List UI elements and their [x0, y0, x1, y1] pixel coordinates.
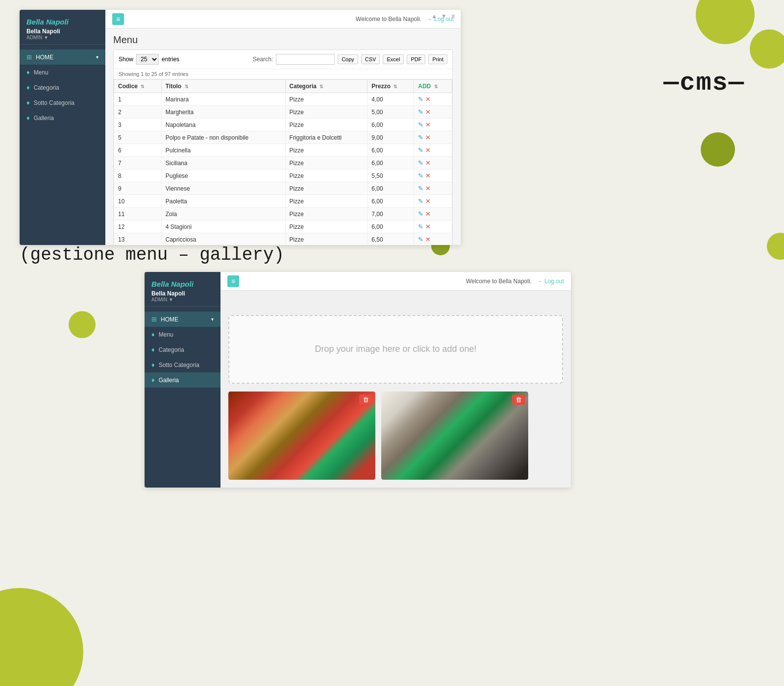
cell-codice: 7	[114, 157, 162, 170]
cell-categoria: Pizze	[285, 119, 368, 131]
col-add[interactable]: ADD ⇅	[414, 80, 452, 93]
pdf-button[interactable]: PDF	[407, 54, 425, 64]
gallery-item-2[interactable]: 🗑	[381, 392, 528, 480]
edit-icon[interactable]: ✎	[418, 223, 423, 230]
sidebar-item-menu-bottom[interactable]: ♦ Menu	[145, 327, 220, 342]
menu-management-panel: Bella Napoli Bella Napoli ADMIN ▼ ⊞ HOME…	[20, 10, 461, 245]
galleria-icon-bottom: ♦	[151, 376, 155, 384]
sidebar-role-bottom[interactable]: ADMIN ▼	[151, 297, 214, 302]
copy-button[interactable]: Copy	[338, 54, 358, 64]
cell-actions: ✎ ✕	[414, 131, 452, 144]
sidebar-item-galleria[interactable]: ♦ Galleria	[20, 110, 105, 125]
main-content-bottom: ≡ Welcome to Bella Napoli. → Log out Dro…	[220, 272, 571, 488]
cell-actions: ✎ ✕	[414, 119, 452, 131]
delete-icon[interactable]: ✕	[425, 96, 431, 103]
gallery-item-1[interactable]: 🗑	[228, 392, 375, 480]
delete-icon[interactable]: ✕	[425, 210, 431, 218]
cell-codice: 2	[114, 106, 162, 119]
cell-actions: ✎ ✕	[414, 233, 452, 245]
delete-icon[interactable]: ✕	[425, 197, 431, 205]
col-prezzo[interactable]: Prezzo ⇅	[368, 80, 414, 93]
delete-icon[interactable]: ✕	[425, 185, 431, 192]
sidebar-item-menu[interactable]: ♦ Menu	[20, 65, 105, 80]
search-input[interactable]	[276, 54, 335, 65]
delete-icon[interactable]: ✕	[425, 159, 431, 167]
cell-actions: ✎ ✕	[414, 144, 452, 157]
sidebar-username-bottom: Bella Napoli	[151, 290, 214, 297]
sidebar-item-galleria-bottom[interactable]: ♦ Galleria	[145, 372, 220, 388]
delete-icon[interactable]: ✕	[425, 108, 431, 116]
home-icon: ⊞	[26, 53, 32, 61]
delete-icon[interactable]: ✕	[425, 134, 431, 141]
cell-codice: 10	[114, 195, 162, 208]
cell-titolo: Capricciosa	[161, 233, 285, 245]
sidebar-item-sotto-categoria[interactable]: ♦ Sotto Categoria	[20, 95, 105, 110]
sidebar-item-categoria[interactable]: ♦ Categoria	[20, 80, 105, 95]
entries-control: Show 25 10 50 100 entries	[119, 54, 179, 65]
sidebar-item-home-bottom[interactable]: ⊞ HOME ▾	[145, 312, 220, 327]
edit-icon[interactable]: ✎	[418, 134, 423, 141]
sidebar-item-sotto-categoria-bottom[interactable]: ♦ Sotto Categoria	[145, 357, 220, 372]
cell-prezzo: 4,00	[368, 93, 414, 106]
image-drop-zone[interactable]: Drop your image here or click to add one…	[228, 315, 563, 384]
topbar: ≡ Welcome to Bella Napoli. → Log out	[105, 10, 461, 28]
hamburger-button-bottom[interactable]: ≡	[227, 275, 239, 287]
edit-icon[interactable]: ✎	[418, 185, 423, 192]
deco-circle-1	[696, 0, 755, 44]
edit-icon[interactable]: ✎	[418, 108, 423, 116]
sidebar-item-label: Sotto Categoria	[34, 99, 74, 106]
col-categoria[interactable]: Categoria ⇅	[285, 80, 368, 93]
edit-icon[interactable]: ✎	[418, 210, 423, 218]
delete-icon[interactable]: ✕	[425, 121, 431, 128]
deco-circle-6	[69, 311, 96, 338]
cell-actions: ✎ ✕	[414, 182, 452, 195]
print-button[interactable]: Print	[428, 54, 447, 64]
cell-prezzo: 9,00	[368, 131, 414, 144]
delete-icon[interactable]: ✕	[425, 147, 431, 154]
data-table-container: ▲ ▼ ✕ Show 25 10 50 100 entries Sea	[113, 49, 453, 245]
hamburger-button[interactable]: ≡	[112, 13, 124, 25]
delete-icon[interactable]: ✕	[425, 236, 431, 243]
cell-prezzo: 6,00	[368, 195, 414, 208]
pizza-image-2	[381, 392, 528, 480]
csv-button[interactable]: CSV	[361, 54, 380, 64]
edit-icon[interactable]: ✎	[418, 96, 423, 103]
table-row: 8 Pugliese Pizze 5,50 ✎ ✕	[114, 170, 452, 182]
edit-icon[interactable]: ✎	[418, 236, 423, 243]
sidebar-item-label: Galleria	[159, 377, 179, 384]
gallery-delete-button-1[interactable]: 🗑	[359, 394, 372, 405]
topbar-left-bottom: ≡	[227, 275, 239, 287]
delete-icon[interactable]: ✕	[425, 172, 431, 179]
sort-icon: ⇅	[434, 84, 438, 89]
excel-button[interactable]: Excel	[383, 54, 404, 64]
table-row: 6 Pulcinella Pizze 6,00 ✎ ✕	[114, 144, 452, 157]
cell-categoria: Pizze	[285, 233, 368, 245]
edit-icon[interactable]: ✎	[418, 121, 423, 128]
cell-actions: ✎ ✕	[414, 93, 452, 106]
sort-icon: ⇅	[319, 84, 323, 89]
cell-titolo: Paoletta	[161, 195, 285, 208]
search-export-controls: Search: Copy CSV Excel PDF Print	[253, 54, 447, 65]
delete-icon[interactable]: ✕	[425, 223, 431, 230]
edit-icon[interactable]: ✎	[418, 172, 423, 179]
edit-icon[interactable]: ✎	[418, 147, 423, 154]
sidebar-role[interactable]: ADMIN ▼	[26, 35, 98, 40]
entries-select[interactable]: 25 10 50 100	[136, 54, 159, 65]
cell-titolo: Siciliana	[161, 157, 285, 170]
topbar-bottom: ≡ Welcome to Bella Napoli. → Log out	[220, 272, 571, 291]
sotto-categoria-icon-bottom: ♦	[151, 361, 155, 368]
cell-prezzo: 5,00	[368, 106, 414, 119]
logout-link-bottom[interactable]: → Log out	[537, 278, 564, 285]
sidebar-item-home[interactable]: ⊞ HOME ▾	[20, 49, 105, 65]
entries-label: entries	[162, 56, 179, 63]
col-titolo[interactable]: Titolo ⇅	[161, 80, 285, 93]
edit-icon[interactable]: ✎	[418, 159, 423, 167]
col-codice[interactable]: Codice ⇅	[114, 80, 162, 93]
welcome-text: Welcome to Bella Napoli.	[356, 16, 421, 23]
sidebar-item-categoria-bottom[interactable]: ♦ Categoria	[145, 342, 220, 357]
logout-icon-bottom: →	[537, 278, 542, 285]
gallery-delete-button-2[interactable]: 🗑	[512, 394, 525, 405]
edit-icon[interactable]: ✎	[418, 197, 423, 205]
cell-codice: 5	[114, 131, 162, 144]
sort-icon: ⇅	[185, 84, 189, 89]
